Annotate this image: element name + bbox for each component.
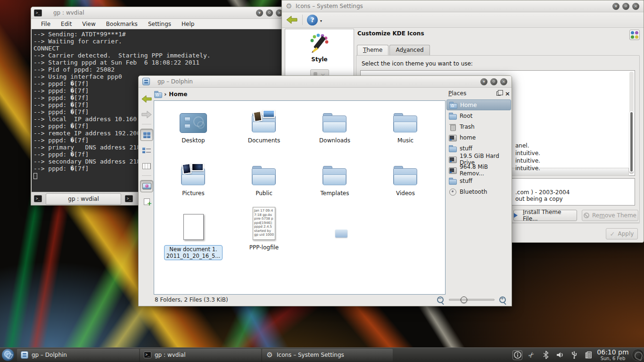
apply-button[interactable]: ✓Apply [606,228,638,239]
detach-panel-icon[interactable] [496,91,501,96]
syssettings-window-buttons: ▾ × [612,3,639,10]
place-item-trash[interactable]: Trash [446,121,511,132]
place-item-964-8-mib-remov[interactable]: 964.8 MiB Remov... [446,165,511,175]
clock[interactable]: 06:10 pm Sun, 6 Feb [595,349,631,361]
file-icon-wrap [299,158,370,186]
home-glyph: ⌂ [451,103,454,108]
task-button-gp-wvdial[interactable]: >_gp : wvdial [140,349,261,362]
forward-button[interactable] [140,108,153,121]
folder-icon [322,166,347,186]
place-item-home[interactable]: ⌂Home [446,99,511,110]
tab-theme[interactable]: Theme [357,45,388,56]
zoom-slider-thumb[interactable] [461,296,467,303]
task-label: Icons – System Settings [277,352,344,358]
file-icon-wrap [299,106,370,133]
scrollbar-thumb[interactable] [629,111,634,173]
photo-thumbnail [182,163,192,174]
place-item-home[interactable]: home [446,132,511,143]
file-item-desktop[interactable]: Desktop [158,106,229,144]
file-item-public[interactable]: Public [229,158,299,197]
info-icon[interactable] [512,350,522,360]
tab-list-button[interactable]: >_ [125,195,133,202]
minimize-button[interactable]: ▾ [480,78,487,85]
file-item-music[interactable]: Music [370,106,441,144]
file-item-videos[interactable]: Videos [370,158,441,197]
close-panel-icon[interactable]: × [505,91,510,96]
breadcrumb-home[interactable]: Home [169,91,187,98]
file-item-downloads[interactable]: Downloads [299,106,370,144]
konsole-titlebar[interactable]: >_ gp : wvdial ▾ × [31,7,287,19]
back-button[interactable] [140,93,153,105]
close-button[interactable]: × [632,3,639,10]
new-tab-button[interactable]: >_ [34,195,42,202]
task-button-gp-dolphin[interactable]: gp – Dolphin [17,349,139,362]
file-icon-wrap [370,158,441,186]
folder-view[interactable]: DesktopDocumentsDownloadsMusicPicturesPu… [154,100,446,295]
maximize-button[interactable] [622,3,629,10]
file-item-new-document-1-2011-01-20-16-5[interactable]: New document 1.2011_01_20_16_5... [158,206,229,260]
konsole-tab[interactable]: gp : wvdial [46,193,121,205]
file-icon-wrap: Jan 17 09:47:18 gp-Aspire-5738 pppd[1946… [229,206,299,240]
menu-item-view[interactable]: View [78,20,99,28]
menu-item-edit[interactable]: Edit [57,20,76,28]
place-item-stuff[interactable]: stuff [446,175,511,186]
maximize-button[interactable] [490,78,497,85]
file-item-pictures[interactable]: Pictures [158,158,229,197]
file-item-documents[interactable]: Documents [229,106,299,144]
task-label: gp – Dolphin [32,352,67,358]
minimize-button[interactable]: ▾ [612,3,619,10]
close-button[interactable]: × [500,78,507,85]
folder-icon [393,113,418,133]
place-label: stuff [460,145,472,152]
place-item-root[interactable]: Root [446,110,511,121]
install-label: Install Theme File... [523,209,577,222]
toolbar-separator [142,175,151,176]
folder-home-icon: ⌂ [449,101,457,109]
zoom-slider[interactable] [449,299,495,301]
panel-cashew-icon[interactable] [632,349,644,361]
details-view-button[interactable] [140,144,153,156]
bluetooth-icon[interactable] [541,350,551,360]
place-item-bluetooth[interactable]: Bluetooth [446,186,511,197]
tab-advanced[interactable]: Advanced [389,45,429,55]
zoom-out-icon[interactable]: − [437,296,445,304]
remove-theme-button[interactable]: Remove Theme [582,210,638,221]
back-button[interactable] [286,14,298,25]
remove-label: Remove Theme [592,212,636,219]
place-label: Home [460,102,477,108]
menu-item-settings[interactable]: Settings [144,20,175,28]
scrollbar[interactable] [629,72,634,174]
places-panel: Places × ⌂HomeRootTrashhomestuff19.5 GiB… [446,89,511,293]
volume-icon[interactable] [555,350,565,360]
launcher-button[interactable] [0,348,16,362]
usb-icon[interactable] [569,350,579,360]
minimize-button[interactable]: ▾ [256,9,263,16]
maximize-button[interactable] [266,9,273,16]
home-folder-icon[interactable]: ⌂ [154,90,162,98]
file-label: Pictures [158,190,229,197]
syssettings-titlebar[interactable]: ⚙ Icons – System Settings ▾ × [282,0,644,12]
sidebar-item-style[interactable]: Style [285,29,354,63]
install-theme-button[interactable]: Install Theme File... [513,210,577,221]
split-view-button[interactable] [140,196,153,208]
file-item-ppp-logfile[interactable]: Jan 17 09:47:18 gp-Aspire-5738 pppd[1946… [229,206,299,251]
dolphin-titlebar[interactable]: gp – Dolphin ▾ × [139,76,512,88]
help-button[interactable]: ?▾ [307,15,318,25]
file-item-templates[interactable]: Templates [299,158,370,197]
zoom-in-icon[interactable]: + [499,296,507,304]
menu-item-file[interactable]: File [37,20,55,28]
menu-item-bookmarks[interactable]: Bookmarks [102,20,142,28]
menu-item-help[interactable]: Help [177,20,198,28]
columns-view-button[interactable] [140,160,153,172]
overview-button[interactable] [629,30,640,40]
desktop-folder-icon [180,113,207,133]
preview-button[interactable] [140,180,153,192]
drive-icon [449,166,456,174]
icons-view-button[interactable] [140,129,153,141]
klipper-scissors-icon[interactable]: ✂ [527,350,537,360]
folder-icon [393,166,418,186]
chevron-down-icon: ▾ [320,16,322,26]
stacked-documents-icon[interactable] [583,350,593,360]
task-button-icons-system-settings[interactable]: ⚙Icons – System Settings [262,349,393,362]
syssettings-toolbar: ?▾ [282,12,644,28]
